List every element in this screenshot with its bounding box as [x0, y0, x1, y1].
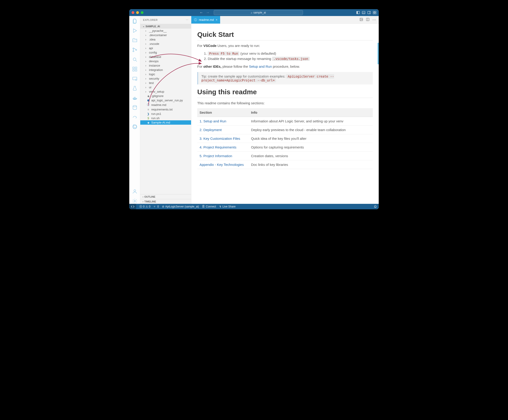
remote-indicator[interactable]	[129, 204, 136, 209]
chevron-right-icon: ›	[145, 81, 148, 85]
share-icon[interactable]	[132, 114, 138, 120]
file-item[interactable]: ⬢api_logic_server_run.py	[140, 98, 191, 103]
setup-run-link[interactable]: Setup and Run	[249, 65, 272, 68]
sections-table: Section Info 1. Setup and RunInformation…	[197, 108, 373, 169]
run-debug-icon[interactable]	[132, 28, 138, 33]
database-icon[interactable]	[132, 105, 138, 110]
timeline-label: TIMELINE	[144, 200, 156, 203]
customize-layout-icon[interactable]	[373, 11, 376, 15]
section-link[interactable]: 5. Project Information	[200, 154, 232, 158]
remote-icon[interactable]	[132, 76, 138, 81]
explorer-more-icon[interactable]: ⋯	[186, 19, 188, 22]
svg-rect-7	[375, 11, 376, 12]
svg-rect-17	[135, 67, 137, 69]
svg-rect-18	[133, 70, 134, 71]
python-env[interactable]: ⊘ApiLogicServer (sample_ai)	[162, 205, 199, 208]
search-label: sample_ai	[253, 11, 266, 14]
table-row: 5. Project InformationCreation dates, ve…	[197, 152, 373, 160]
folder-item[interactable]: ›.devcontainer	[140, 33, 191, 37]
folder-item[interactable]: ›config	[140, 50, 191, 55]
minimize-window[interactable]	[136, 11, 139, 14]
close-tab-icon[interactable]: ×	[216, 18, 218, 22]
folder-item[interactable]: ›integration	[140, 68, 191, 72]
folder-item[interactable]: ›ui	[140, 85, 191, 89]
accounts-icon[interactable]	[132, 189, 138, 194]
paragraph: For VSCode Users, you are ready to run:	[197, 44, 373, 48]
folder-item[interactable]: ›logic	[140, 72, 191, 76]
chevron-right-icon: ›	[145, 64, 148, 67]
file-label: Sample-AI.md	[151, 121, 170, 124]
th-section: Section	[197, 108, 249, 117]
section-link[interactable]: 2. Deployment	[200, 128, 222, 132]
explorer-icon[interactable]	[132, 18, 138, 24]
split-editor-icon[interactable]	[366, 18, 370, 22]
chevron-right-icon: ›	[145, 38, 148, 41]
minimap-scrollbar[interactable]	[378, 43, 379, 64]
folder-icon[interactable]	[132, 37, 138, 43]
inline-code: .vscode/tasks.json	[272, 57, 310, 61]
search-activity-icon[interactable]	[132, 57, 138, 62]
section-link[interactable]: Appendix - Key Technologies	[200, 163, 244, 167]
command-center[interactable]: ⌕ sample_ai	[214, 10, 303, 15]
timeline-section[interactable]: › TIMELINE	[140, 199, 191, 204]
folder-label: logic	[149, 73, 155, 76]
maximize-window[interactable]	[141, 11, 143, 14]
folder-item[interactable]: ›security	[140, 76, 191, 81]
folder-label: config	[149, 51, 157, 54]
file-item[interactable]: ◈Sample-AI.md	[140, 120, 191, 125]
nav-back-icon[interactable]: ←	[200, 11, 203, 15]
file-item[interactable]: ❯run.ps1	[140, 112, 191, 116]
nav-forward-icon[interactable]: →	[206, 11, 209, 15]
folder-item[interactable]: ›database	[140, 55, 191, 59]
close-window[interactable]	[132, 11, 134, 14]
paragraph: This readme contains the following secti…	[197, 101, 373, 105]
svg-rect-1	[357, 11, 358, 14]
svg-point-24	[134, 190, 136, 192]
connect-button[interactable]: 🗄Connect	[202, 205, 216, 208]
outline-section[interactable]: › OUTLINE	[140, 194, 191, 199]
problems-indicator[interactable]: ⓧ0 ⚠0	[139, 205, 150, 209]
ports-indicator[interactable]: ᯤ0	[154, 205, 159, 208]
markdown-preview[interactable]: Quick Start For VSCode Users, you are re…	[191, 24, 379, 204]
folder-item[interactable]: ›devops	[140, 59, 191, 63]
extensions-icon[interactable]	[132, 66, 138, 72]
file-item[interactable]: ◈.gitignore	[140, 94, 191, 98]
more-actions-icon[interactable]: ⋯	[372, 18, 376, 22]
folder-item[interactable]: ›.vscode	[140, 42, 191, 46]
folder-item[interactable]: ›test	[140, 81, 191, 85]
source-control-icon[interactable]	[132, 47, 138, 53]
file-icon: ⬢	[147, 99, 150, 102]
file-label: run.sh	[151, 117, 159, 120]
list-item: Press F5 to Run (your venv is defaulted)	[208, 51, 373, 56]
folder-label: ui	[149, 86, 151, 89]
file-icon: ❯	[147, 112, 150, 116]
folder-item[interactable]: ›venv_setup	[140, 89, 191, 94]
radio-tower-icon: ᯤ	[154, 205, 156, 208]
file-item[interactable]: ≡requirements.txt	[140, 107, 191, 112]
live-share[interactable]: ↯Live Share	[219, 205, 235, 208]
folder-item[interactable]: ›.idea	[140, 37, 191, 42]
notifications-icon[interactable]	[374, 205, 377, 208]
section-link[interactable]: 1. Setup and Run	[200, 119, 226, 123]
settings-gear-icon[interactable]	[132, 198, 138, 204]
testing-icon[interactable]	[132, 86, 138, 91]
svg-rect-16	[133, 67, 134, 69]
open-preview-icon[interactable]	[359, 18, 363, 22]
section-link[interactable]: 4. Project Requirements	[200, 145, 236, 149]
docker-icon[interactable]	[132, 95, 138, 101]
toggle-secondary-sidebar-icon[interactable]	[367, 11, 371, 15]
toggle-panel-icon[interactable]	[362, 11, 366, 15]
folder-item[interactable]: ›__pycache__	[140, 29, 191, 33]
github-icon[interactable]	[132, 124, 138, 129]
svg-rect-2	[362, 11, 365, 14]
file-item[interactable]: $run.sh	[140, 116, 191, 120]
file-item[interactable]: ⓘreadme.md	[140, 103, 191, 107]
workspace-root[interactable]: ⌄ SAMPLE_AI	[140, 24, 191, 29]
folder-label: instance	[149, 64, 160, 67]
tab-readme[interactable]: ⓘ readme.md ×	[191, 16, 220, 23]
section-link[interactable]: 3. Key Customization Files	[200, 137, 240, 140]
folder-item[interactable]: ›instance	[140, 63, 191, 68]
chevron-right-icon: ›	[145, 77, 148, 80]
toggle-primary-sidebar-icon[interactable]	[356, 11, 360, 15]
folder-item[interactable]: ›api	[140, 46, 191, 50]
